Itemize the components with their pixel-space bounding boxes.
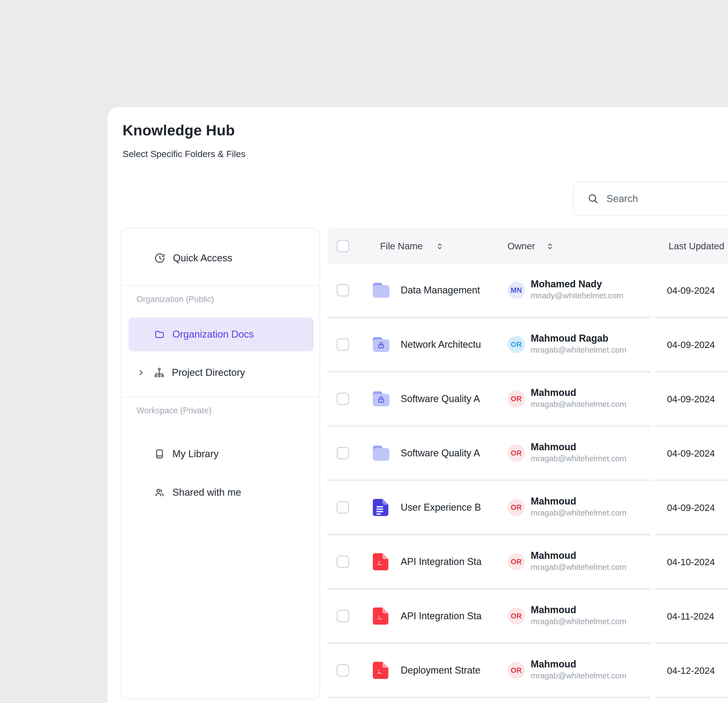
file-name: API Integration Sta: [401, 556, 506, 568]
owner-email: mragab@whitehelmet.com: [531, 507, 626, 518]
chevron-right-icon[interactable]: [137, 369, 145, 377]
row-checkbox[interactable]: [337, 284, 349, 297]
sidebar-item-project-directory[interactable]: Project Directory: [121, 359, 319, 386]
owner-name: Mahmoud: [531, 549, 626, 562]
avatar: OR: [508, 445, 525, 462]
owner-cell: Mahmoud mragab@whitehelmet.com: [531, 441, 626, 464]
owner-email: mragab@whitehelmet.com: [531, 670, 626, 681]
owner-cell: Mahmoud mragab@whitehelmet.com: [531, 604, 626, 627]
sort-icon[interactable]: [435, 242, 445, 252]
row-checkbox[interactable]: [337, 501, 349, 514]
last-updated: 04-09-2024: [667, 393, 715, 405]
sidebar-section-label-organization: Organization (Public): [137, 294, 214, 304]
search-box[interactable]: [573, 182, 728, 216]
table-row[interactable]: 04-09-2024: [655, 264, 728, 318]
owner-email: mragab@whitehelmet.com: [531, 399, 626, 409]
pdf-file-icon: [373, 553, 389, 570]
column-header-file-name[interactable]: File Name: [380, 241, 423, 252]
row-checkbox[interactable]: [337, 610, 349, 622]
book-icon: [154, 449, 165, 459]
owner-cell: Mahmoud mragab@whitehelmet.com: [531, 386, 626, 409]
folder-lock-icon: [373, 391, 389, 406]
sidebar-item-quick-access[interactable]: Quick Access: [121, 244, 319, 272]
table-header: File Name Owner Last Updated: [328, 228, 728, 264]
row-checkbox[interactable]: [337, 447, 349, 459]
table-row[interactable]: 04-09-2024: [655, 427, 728, 481]
owner-email: mragab@whitehelmet.com: [531, 616, 626, 627]
table-row[interactable]: User Experience B OR Mahmoud mragab@whit…: [328, 481, 651, 536]
table-row[interactable]: Software Quality A OR Mahmoud mragab@whi…: [328, 373, 651, 427]
sidebar-divider: [121, 285, 319, 286]
sidebar-section-label-workspace: Workspace (Private): [137, 406, 211, 415]
table-row[interactable]: 04-10-2024: [655, 536, 728, 590]
owner-cell: Mohamed Nady mnady@whitehelmet.com: [531, 278, 623, 301]
row-checkbox[interactable]: [337, 339, 349, 351]
people-icon: [154, 487, 165, 498]
table-row[interactable]: 04-11-2024: [655, 590, 728, 644]
column-header-last-updated[interactable]: Last Updated: [669, 241, 724, 252]
file-name: Data Management: [401, 284, 506, 296]
sidebar-item-label: My Library: [172, 448, 219, 460]
last-updated: 04-10-2024: [667, 556, 715, 568]
file-name: Software Quality A: [401, 393, 506, 405]
sidebar-item-label: Project Directory: [172, 367, 245, 378]
owner-name: Mahmoud: [531, 604, 626, 616]
pdf-file-icon: [373, 662, 389, 679]
owner-name: Mahmoud: [531, 495, 626, 507]
row-checkbox[interactable]: [337, 664, 349, 677]
table-row[interactable]: 04-09-2024: [655, 318, 728, 373]
hierarchy-icon: [154, 367, 165, 378]
table-row[interactable]: Deployment Strate OR Mahmoud mragab@whit…: [328, 644, 651, 699]
sidebar-divider: [121, 397, 319, 397]
avatar: OR: [508, 390, 525, 408]
doc-file-icon: [373, 499, 389, 516]
table-row[interactable]: Network Architectu OR Mahmoud Ragab mrag…: [328, 318, 651, 373]
column-header-owner[interactable]: Owner: [507, 241, 535, 252]
last-updated: 04-09-2024: [667, 339, 715, 350]
search-input[interactable]: [606, 193, 719, 205]
table-row[interactable]: 04-12-2024: [655, 644, 728, 699]
owner-cell: Mahmoud Ragab mragab@whitehelmet.com: [531, 332, 626, 355]
table-row[interactable]: Data Management MN Mohamed Nady mnady@wh…: [328, 264, 651, 318]
avatar: MN: [508, 282, 525, 299]
avatar: OR: [508, 336, 525, 353]
search-icon: [587, 193, 599, 205]
last-updated: 04-09-2024: [667, 502, 715, 513]
table-row[interactable]: 04-09-2024: [655, 481, 728, 536]
sidebar-item-my-library[interactable]: My Library: [121, 440, 319, 468]
last-updated: 04-11-2024: [667, 611, 714, 622]
table-row[interactable]: Software Quality A OR Mahmoud mragab@whi…: [328, 427, 651, 481]
folder-icon: [373, 283, 389, 298]
file-name: Software Quality A: [401, 447, 506, 459]
owner-name: Mohamed Nady: [531, 278, 623, 290]
page-subtitle: Select Specific Folders & Files: [123, 149, 246, 159]
row-checkbox[interactable]: [337, 556, 349, 568]
avatar: OR: [508, 662, 525, 679]
table-body: Data Management MN Mohamed Nady mnady@wh…: [328, 264, 651, 699]
file-name: Network Architectu: [401, 339, 506, 350]
avatar: OR: [508, 608, 525, 625]
owner-email: mragab@whitehelmet.com: [531, 562, 626, 572]
file-name: User Experience B: [401, 501, 506, 513]
sidebar-item-shared-with-me[interactable]: Shared with me: [121, 478, 319, 506]
avatar: OR: [508, 553, 525, 570]
owner-email: mnady@whitehelmet.com: [531, 290, 623, 301]
owner-name: Mahmoud: [531, 441, 626, 453]
select-all-checkbox[interactable]: [337, 240, 349, 252]
sidebar-item-label: Shared with me: [172, 487, 241, 498]
owner-cell: Mahmoud mragab@whitehelmet.com: [531, 658, 626, 681]
last-updated: 04-09-2024: [667, 448, 715, 459]
owner-name: Mahmoud: [531, 658, 626, 670]
last-updated: 04-12-2024: [667, 665, 715, 676]
table-row[interactable]: API Integration Sta OR Mahmoud mragab@wh…: [328, 590, 651, 644]
owner-name: Mahmoud: [531, 386, 626, 399]
table-row[interactable]: API Integration Sta OR Mahmoud mragab@wh…: [328, 536, 651, 590]
owner-name: Mahmoud Ragab: [531, 332, 626, 344]
owner-cell: Mahmoud mragab@whitehelmet.com: [531, 549, 626, 572]
sidebar-item-organization-docs[interactable]: Organization Docs: [129, 317, 314, 351]
owner-email: mragab@whitehelmet.com: [531, 453, 626, 464]
owner-email: mragab@whitehelmet.com: [531, 344, 626, 355]
sort-icon[interactable]: [545, 242, 555, 252]
table-row[interactable]: 04-09-2024: [655, 373, 728, 427]
row-checkbox[interactable]: [337, 393, 349, 405]
